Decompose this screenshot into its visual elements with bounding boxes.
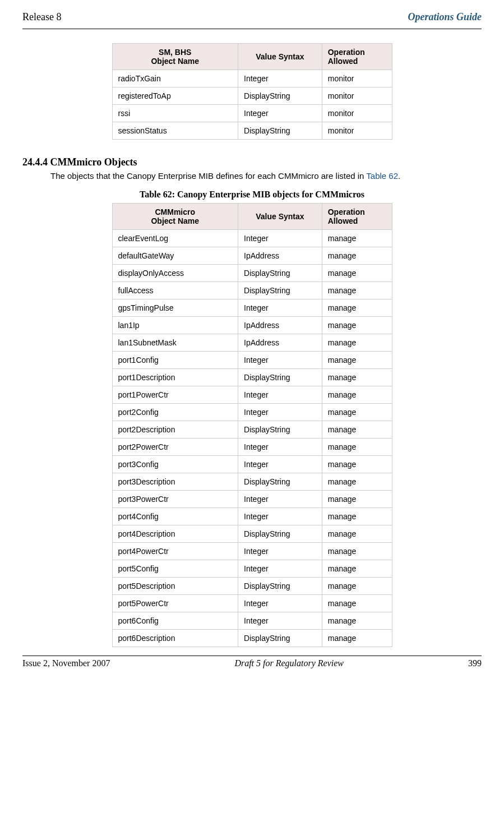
table-cell: Integer [238,386,322,404]
table-cell: monitor [322,105,392,122]
table-cell: manage [322,299,392,317]
table-cell: monitor [322,122,392,140]
table-row: port2PowerCtrIntegermanage [112,439,392,456]
table-cell: clearEventLog [112,230,238,247]
table-cell: DisplayString [238,421,322,439]
table-header: Operation Allowed [322,44,392,70]
table-cell: manage [322,508,392,525]
footer-page-number: 399 [468,658,482,668]
table-row: clearEventLogIntegermanage [112,230,392,247]
table-cell: DisplayString [238,525,322,543]
table-cell: displayOnlyAccess [112,265,238,282]
table-cell: Integer [238,439,322,456]
table-cell: radioTxGain [112,70,238,87]
table-row: port2ConfigIntegermanage [112,404,392,421]
table-cell: manage [322,630,392,647]
table-cell: Integer [238,560,322,578]
table-cell: manage [322,334,392,352]
table-cell: manage [322,560,392,578]
table-cell: port3Config [112,456,238,473]
table-ref-link[interactable]: Table 62 [366,171,398,181]
table-cell: port1Config [112,352,238,369]
table-cell: defaultGateWay [112,247,238,265]
table-row: port5PowerCtrIntegermanage [112,595,392,612]
table-row: lan1IpIpAddressmanage [112,317,392,334]
table-cell: Integer [238,491,322,508]
table-cell: DisplayString [238,282,322,299]
table-row: rssiIntegermonitor [112,105,392,122]
table-cell: IpAddress [238,247,322,265]
table-row: port5ConfigIntegermanage [112,560,392,578]
table-cell: monitor [322,70,392,87]
table-header: SM, BHSObject Name [112,44,238,70]
table-cell: manage [322,317,392,334]
table-cell: DisplayString [238,369,322,386]
table-cell: port6Description [112,630,238,647]
table-cell: port1Description [112,369,238,386]
table-cell: port5Config [112,560,238,578]
footer-center: Draft 5 for Regulatory Review [234,658,344,668]
header-right: Operations Guide [408,11,482,23]
table-cell: Integer [238,105,322,122]
table-cell: Integer [238,612,322,630]
table-cell: sessionStatus [112,122,238,140]
table-cell: Integer [238,595,322,612]
table-cell: DisplayString [238,87,322,105]
table-cell: manage [322,352,392,369]
table-cell: Integer [238,456,322,473]
table-cell: IpAddress [238,334,322,352]
table-cell: manage [322,595,392,612]
table-cell: lan1Ip [112,317,238,334]
table-cell: manage [322,612,392,630]
table-cell: manage [322,473,392,491]
table-row: port1DescriptionDisplayStringmanage [112,369,392,386]
table-row: port1PowerCtrIntegermanage [112,386,392,404]
section-body-prefix: The objects that the Canopy Enterprise M… [50,171,366,181]
table-row: port6ConfigIntegermanage [112,612,392,630]
table-cell: port4Config [112,508,238,525]
table-cell: port2Config [112,404,238,421]
table-cell: manage [322,525,392,543]
table-cell: manage [322,404,392,421]
table-row: displayOnlyAccessDisplayStringmanage [112,265,392,282]
table-cell: manage [322,421,392,439]
table-cell: port4Description [112,525,238,543]
table-cell: DisplayString [238,473,322,491]
table-cell: port2PowerCtr [112,439,238,456]
section-heading: 24.4.4 CMMmicro Objects [22,156,482,168]
table-row: radioTxGainIntegermonitor [112,70,392,87]
table-cell: manage [322,369,392,386]
table-cell: port3Description [112,473,238,491]
table-caption: Table 62: Canopy Enterprise MIB objects … [22,190,482,200]
table-row: port3ConfigIntegermanage [112,456,392,473]
table-row: defaultGateWayIpAddressmanage [112,247,392,265]
table-cell: Integer [238,508,322,525]
table-cell: Integer [238,230,322,247]
table-row: port4PowerCtrIntegermanage [112,543,392,560]
table-cell: port4PowerCtr [112,543,238,560]
table-cell: manage [322,386,392,404]
table-cell: DisplayString [238,265,322,282]
table-header: Value Syntax [238,204,322,230]
table-cell: manage [322,282,392,299]
table-row: port4DescriptionDisplayStringmanage [112,525,392,543]
table-row: registeredToApDisplayStringmonitor [112,87,392,105]
table-row: port3PowerCtrIntegermanage [112,491,392,508]
divider-top [22,29,482,29]
table-cell: port5PowerCtr [112,595,238,612]
table-cell: manage [322,578,392,595]
table-cell: port1PowerCtr [112,386,238,404]
table-cell: lan1SubnetMask [112,334,238,352]
table-cell: Integer [238,70,322,87]
table-cell: monitor [322,87,392,105]
table-row: port3DescriptionDisplayStringmanage [112,473,392,491]
table-row: port1ConfigIntegermanage [112,352,392,369]
table-row: fullAccessDisplayStringmanage [112,282,392,299]
table-header: CMMmicroObject Name [112,204,238,230]
divider-bottom [22,656,482,656]
table-cell: Integer [238,543,322,560]
table-cell: Integer [238,299,322,317]
table-cell: manage [322,265,392,282]
table-cell: Integer [238,404,322,421]
table-cmmmicro: CMMmicroObject NameValue SyntaxOperation… [112,203,392,647]
